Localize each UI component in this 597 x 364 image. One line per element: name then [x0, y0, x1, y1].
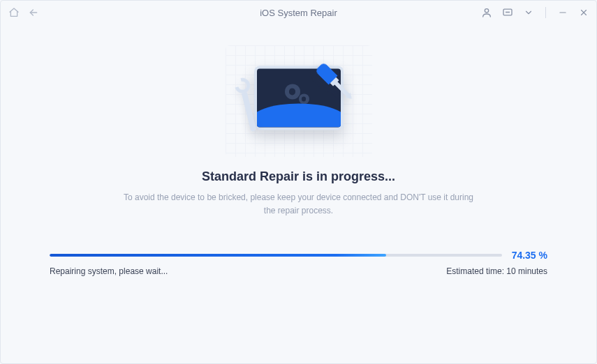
progress-estimated-time: Estimated time: 10 minutes	[446, 266, 547, 276]
close-icon[interactable]	[578, 7, 589, 18]
page-title: Standard Repair is in progress...	[43, 169, 554, 184]
gear-icon	[299, 93, 309, 104]
gear-icon	[285, 84, 300, 99]
title-bar: iOS System Repair	[1, 1, 596, 24]
chevron-down-icon[interactable]	[523, 7, 534, 18]
back-icon[interactable]	[27, 6, 40, 19]
progress-status-text: Repairing system, please wait...	[50, 266, 168, 276]
svg-point-3	[508, 12, 508, 13]
progress-bar	[50, 254, 502, 257]
titlebar-divider	[545, 7, 546, 18]
svg-point-2	[506, 12, 507, 13]
repair-illustration	[226, 45, 372, 157]
user-icon[interactable]	[481, 7, 492, 18]
home-icon[interactable]	[8, 6, 20, 19]
progress-percent: 74.35 %	[512, 250, 547, 261]
svg-point-4	[509, 12, 510, 13]
progress-fill	[50, 254, 386, 257]
feedback-icon[interactable]	[502, 7, 513, 18]
minimize-icon[interactable]	[557, 7, 568, 18]
svg-point-0	[485, 9, 488, 13]
main-content: Standard Repair is in progress... To avo…	[1, 24, 596, 276]
page-subtitle: To avoid the device to be bricked, pleas…	[117, 191, 480, 218]
